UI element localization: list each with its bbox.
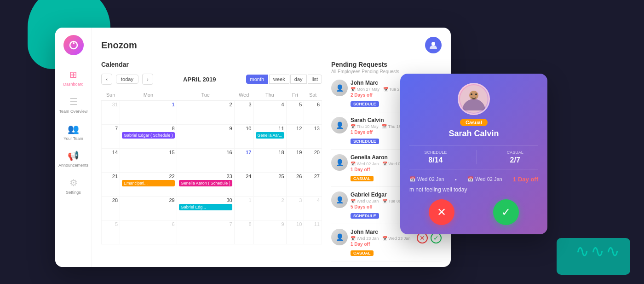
cal-cell[interactable]: 31 xyxy=(102,101,120,125)
profile-casual-badge: Casual xyxy=(460,119,488,126)
cal-cell[interactable]: 1 xyxy=(120,101,177,125)
request-badge: SCHEDULE xyxy=(351,101,379,107)
cal-cell[interactable]: 3 xyxy=(286,197,304,220)
cal-cell[interactable]: 14 xyxy=(102,149,120,173)
cal-cell[interactable]: 23Genelia Aaron ( Schedule ) xyxy=(177,173,234,197)
cal-cell[interactable]: 7 xyxy=(177,220,234,244)
cal-cell[interactable]: 13 xyxy=(304,125,322,149)
day-number: 21 xyxy=(112,174,118,179)
sidebar-item-team-overview[interactable]: ☰ Team Overview xyxy=(55,92,92,119)
day-number: 23 xyxy=(226,174,232,179)
sidebar-item-announcements[interactable]: 📢 Announcements xyxy=(55,145,92,173)
cal-cell[interactable]: 10 xyxy=(286,220,304,244)
sidebar-label-dashboard: Dashboard xyxy=(63,82,83,87)
day-number: 17 xyxy=(246,150,251,155)
cal-cell[interactable]: 15 xyxy=(120,149,177,173)
profile-name: Sarah Calvin xyxy=(409,129,538,139)
day-number: 19 xyxy=(296,150,302,155)
cal-cell[interactable]: 28 xyxy=(102,197,120,220)
cal-prev-btn[interactable]: ‹ xyxy=(101,74,112,85)
calendar-event[interactable]: Genelia Aar... xyxy=(256,132,284,139)
profile-approve-btn[interactable]: ✓ xyxy=(493,199,519,225)
day-number: 4 xyxy=(281,102,284,107)
day-number: 28 xyxy=(112,197,118,203)
stat-schedule: SCHEDULE 8/14 xyxy=(424,150,447,164)
cal-header-sat: Sat xyxy=(304,89,322,101)
cal-cell[interactable]: 18 xyxy=(253,149,286,173)
app-container: ⊞ Dashboard ☰ Team Overview 👥 Your Team … xyxy=(55,28,451,267)
cal-cell[interactable]: 26 xyxy=(286,173,304,197)
cal-view-btns: month week day list xyxy=(246,75,322,84)
day-number: 25 xyxy=(278,174,284,179)
cal-cell[interactable]: 16 xyxy=(177,149,234,173)
cal-cell[interactable]: 27 xyxy=(304,173,322,197)
your-team-icon: 👥 xyxy=(68,123,79,134)
cal-cell[interactable]: 21 xyxy=(102,173,120,197)
cal-cell[interactable]: 11 xyxy=(304,220,322,244)
cal-cell[interactable]: 25 xyxy=(253,173,286,197)
svg-point-2 xyxy=(431,42,435,46)
cal-cell[interactable]: 12 xyxy=(286,125,304,149)
cal-cell[interactable]: 6 xyxy=(304,101,322,125)
cal-cell[interactable]: 11Genelia Aar... xyxy=(253,125,286,149)
cal-cell[interactable]: 30Gabriel Edg... xyxy=(177,197,234,220)
cal-cell[interactable]: 3 xyxy=(234,101,253,125)
request-avatar: 👤 xyxy=(331,117,348,133)
sidebar-label-your-team: Your Team xyxy=(63,136,83,141)
day-number: 10 xyxy=(246,126,251,131)
cal-cell[interactable]: 7 xyxy=(102,125,120,149)
calendar-panel: Calendar ‹ today › APRIL 2019 month week… xyxy=(101,61,322,266)
cal-view-week[interactable]: week xyxy=(269,75,289,84)
user-avatar[interactable] xyxy=(425,37,442,53)
cal-cell[interactable]: 5 xyxy=(102,220,120,244)
sidebar-item-dashboard[interactable]: ⊞ Dashboard xyxy=(55,64,92,92)
day-number: 22 xyxy=(169,174,174,179)
calendar-event[interactable]: Gabriel Edg... xyxy=(179,204,232,210)
dashboard-icon: ⊞ xyxy=(69,69,77,80)
cal-cell[interactable]: 6 xyxy=(120,220,177,244)
cal-cell[interactable]: 9 xyxy=(177,125,234,149)
day-number: 27 xyxy=(314,174,320,179)
day-number: 1 xyxy=(172,102,175,107)
cal-cell[interactable]: 4 xyxy=(304,197,322,220)
cal-cell[interactable]: 2 xyxy=(177,101,234,125)
cal-cell[interactable]: 1 xyxy=(234,197,253,220)
svg-point-6 xyxy=(475,93,477,95)
sidebar-label-announcements: Announcements xyxy=(58,163,88,168)
cal-cell[interactable]: 24 xyxy=(234,173,253,197)
cal-cell[interactable]: 9 xyxy=(253,220,286,244)
calendar-event[interactable]: Emancipati... xyxy=(122,180,175,186)
stat-schedule-value: 8/14 xyxy=(424,156,447,164)
cal-cell[interactable]: 20 xyxy=(304,149,322,173)
day-number: 9 xyxy=(230,126,232,131)
svg-point-1 xyxy=(73,42,75,44)
sidebar-item-settings[interactable]: ⚙ Settings xyxy=(55,173,92,200)
calendar-event[interactable]: Genelia Aaron ( Schedule ) xyxy=(179,180,232,186)
cal-view-month[interactable]: month xyxy=(246,75,269,84)
cal-cell[interactable]: 8 xyxy=(234,220,253,244)
cal-cell[interactable]: 8Gabriel Edgar ( Schedule ) xyxy=(120,125,177,149)
cal-cell[interactable]: 5 xyxy=(286,101,304,125)
day-number: 4 xyxy=(317,197,320,203)
cal-view-list[interactable]: list xyxy=(308,75,322,84)
cal-cell[interactable]: 17 xyxy=(234,149,253,173)
cal-cell[interactable]: 4 xyxy=(253,101,286,125)
cal-cell[interactable]: 22Emancipati... xyxy=(120,173,177,197)
profile-reject-btn[interactable]: ✕ xyxy=(429,199,454,225)
sidebar-item-your-team[interactable]: 👥 Your Team xyxy=(55,119,92,146)
cal-cell[interactable]: 19 xyxy=(286,149,304,173)
request-days-off: 1 Day off xyxy=(351,242,414,247)
cal-cell[interactable]: 29 xyxy=(120,197,177,220)
cal-view-day[interactable]: day xyxy=(290,75,307,84)
profile-date-sep: • xyxy=(455,177,457,182)
calendar-grid: Sun Mon Tue Wed Thu Fri Sat 3112345678Ga… xyxy=(101,89,322,244)
day-number: 18 xyxy=(278,150,284,155)
cal-today-btn[interactable]: today xyxy=(116,75,138,84)
calendar-event[interactable]: Gabriel Edgar ( Schedule ) xyxy=(122,132,175,139)
cal-cell[interactable]: 2 xyxy=(253,197,286,220)
cal-cell[interactable]: 10 xyxy=(234,125,253,149)
request-avatar: 👤 xyxy=(331,191,348,208)
day-number: 8 xyxy=(248,221,251,227)
cal-next-btn[interactable]: › xyxy=(142,74,153,85)
cal-header-thu: Thu xyxy=(253,89,286,101)
